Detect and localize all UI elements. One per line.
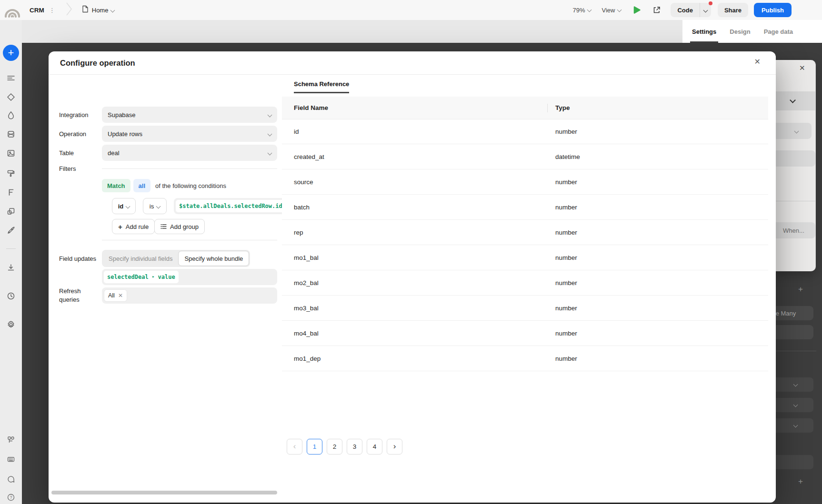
page-button-2[interactable]: 2 [327, 439, 342, 455]
field-name-cell: rep [294, 229, 555, 236]
field-type-cell: number [555, 178, 577, 186]
table-label: Table [59, 149, 74, 157]
table-row: mo4_balnumber [282, 321, 768, 346]
integration-select[interactable]: Supabase [102, 107, 277, 123]
schema-table-body: idnumbercreated_atdatetimesourcenumberba… [282, 119, 768, 371]
bundle-binding-field[interactable]: selectedDeal ‣ value [102, 269, 277, 285]
table-row: sourcenumber [282, 169, 768, 195]
horizontal-scrollbar[interactable] [51, 491, 277, 494]
add-group-button[interactable]: Add group [154, 219, 205, 234]
specify-whole-bundle-option[interactable]: Specify whole bundle [178, 251, 249, 266]
match-chip[interactable]: Match [102, 179, 130, 192]
components-icon[interactable] [6, 129, 16, 139]
rocket-icon[interactable] [6, 226, 16, 235]
table-row: created_atdatetime [282, 144, 768, 169]
paint-icon[interactable] [6, 168, 16, 178]
page-dropdown-chevron-icon[interactable] [110, 8, 115, 12]
plus-icon: + [118, 223, 122, 230]
download-icon[interactable] [6, 263, 16, 272]
operation-label: Operation [59, 130, 86, 138]
svg-text:?: ? [10, 495, 12, 500]
rule-operator-select[interactable]: is [143, 198, 167, 214]
frames-icon[interactable] [6, 207, 16, 216]
plugins-icon[interactable] [7, 435, 15, 444]
page-icon [82, 5, 89, 15]
remove-tag-icon[interactable]: ✕ [118, 292, 123, 299]
field-type-cell: number [555, 330, 577, 337]
filters-divider [102, 168, 277, 169]
rule-field-select[interactable]: id [112, 198, 136, 214]
code-button[interactable]: Code [671, 3, 700, 17]
conditions-text: of the following conditions [155, 182, 226, 189]
table-select[interactable]: deal [102, 145, 277, 161]
table-row: mo2_balnumber [282, 270, 768, 296]
table-row: mo1_depnumber [282, 346, 768, 371]
code-dropdown-button[interactable] [700, 3, 711, 17]
layers-icon[interactable] [6, 73, 16, 83]
inspector-tabs-bar: Settings Design Page data [682, 20, 822, 43]
preview-play-button[interactable] [632, 5, 642, 15]
zoom-level-dropdown[interactable]: 79% [572, 7, 591, 14]
tab-settings[interactable]: Settings [692, 28, 716, 35]
backdrop-select[interactable] [772, 123, 812, 139]
breadcrumb-page-name[interactable]: Home [92, 7, 109, 14]
operation-select[interactable]: Update rows [102, 126, 277, 142]
settings-gear-icon[interactable] [6, 320, 16, 329]
backdrop-rows-field[interactable]: rows [772, 150, 815, 167]
tab-page-data[interactable]: Page data [764, 28, 793, 35]
previous-page-button[interactable]: ‹ [287, 439, 302, 455]
operation-form-pane: Integration Supabase Operation Update ro… [49, 74, 282, 503]
table-row: mo1_balnumber [282, 245, 768, 270]
rail-divider [6, 248, 16, 249]
backdrop-add-icon[interactable]: + [798, 285, 803, 294]
notification-dot [709, 1, 712, 5]
binding-arrow-icon: ‣ [152, 275, 154, 279]
tab-design[interactable]: Design [730, 28, 750, 35]
table-row: idnumber [282, 119, 768, 144]
tab-schema-reference[interactable]: Schema Reference [294, 80, 349, 93]
add-rule-button[interactable]: +Add rule [112, 219, 155, 234]
match-mode-chip[interactable]: all [133, 179, 150, 192]
configure-operation-modal: Configure operation ✕ Integration Supaba… [49, 51, 776, 503]
field-type-cell: number [555, 128, 577, 135]
field-name-cell: mo1_bal [294, 254, 555, 261]
drop-icon[interactable] [6, 110, 16, 120]
top-bar: CRM ⋮ Home 79% View Code Share Publish [0, 0, 822, 20]
backdrop-when-field[interactable]: When... [772, 222, 815, 238]
app-name: CRM [30, 7, 44, 14]
field-name-cell: mo1_dep [294, 355, 555, 362]
page-button-3[interactable]: 3 [347, 439, 362, 455]
view-dropdown[interactable]: View [601, 7, 621, 14]
publish-button[interactable]: Publish [754, 3, 792, 17]
page-button-4[interactable]: 4 [367, 439, 382, 455]
table-row: batchnumber [282, 195, 768, 220]
keyboard-icon[interactable] [7, 455, 15, 464]
next-page-button[interactable]: › [387, 439, 402, 455]
refresh-queries-tag: All✕ [104, 290, 127, 301]
diamond-icon[interactable] [6, 92, 16, 102]
open-external-icon[interactable] [652, 6, 661, 14]
share-button[interactable]: Share [718, 3, 748, 17]
backdrop-panel: ✕ rows When... [772, 60, 816, 271]
image-icon[interactable] [6, 148, 16, 158]
add-icon[interactable]: + [3, 45, 19, 61]
field-type-cell: datetime [555, 153, 580, 160]
modal-close-icon[interactable]: ✕ [754, 58, 761, 66]
backdrop-divider [772, 201, 815, 201]
refresh-queries-field[interactable]: All✕ [102, 287, 277, 304]
modal-title: Configure operation [60, 59, 135, 68]
help-icon[interactable]: ? [7, 493, 15, 502]
typography-icon[interactable] [6, 188, 16, 197]
backdrop-panel-header[interactable] [772, 91, 815, 110]
field-name-cell: id [294, 128, 555, 135]
chat-icon[interactable] [7, 475, 15, 484]
page-button-1[interactable]: 1 [307, 439, 322, 455]
app-menu-kebab-icon[interactable]: ⋮ [49, 7, 55, 14]
table-row: repnumber [282, 220, 768, 245]
field-type-cell: number [555, 204, 577, 211]
backdrop-add-icon-2[interactable]: + [798, 477, 803, 486]
history-icon[interactable] [6, 291, 16, 301]
rule-value-formula-input[interactable]: $state.allDeals.selectedRow.id [174, 198, 282, 214]
specify-individual-fields-option[interactable]: Specify individual fields [103, 251, 178, 266]
backdrop-panel-close-icon[interactable]: ✕ [799, 64, 805, 72]
